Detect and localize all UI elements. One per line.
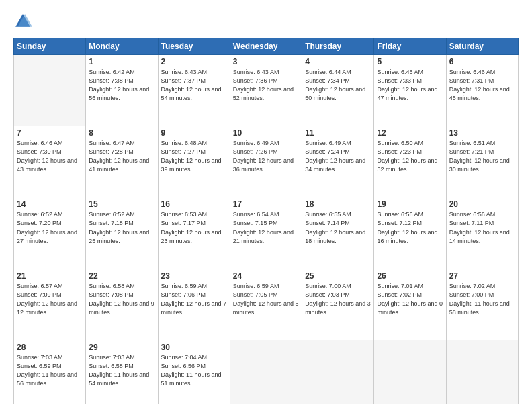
day-number: 21 xyxy=(17,271,83,281)
day-detail: Sunrise: 6:46 AMSunset: 7:30 PMDaylight:… xyxy=(17,139,83,174)
calendar-cell: 15Sunrise: 6:52 AMSunset: 7:18 PMDayligh… xyxy=(86,197,158,269)
day-detail: Sunrise: 6:45 AMSunset: 7:33 PMDaylight:… xyxy=(377,68,443,103)
logo-icon xyxy=(13,12,32,31)
calendar-cell: 6Sunrise: 6:46 AMSunset: 7:31 PMDaylight… xyxy=(446,55,518,126)
weekday-header: Friday xyxy=(374,38,446,55)
calendar-cell: 14Sunrise: 6:52 AMSunset: 7:20 PMDayligh… xyxy=(14,197,86,269)
calendar-cell: 18Sunrise: 6:55 AMSunset: 7:14 PMDayligh… xyxy=(302,197,374,269)
calendar-cell: 1Sunrise: 6:42 AMSunset: 7:38 PMDaylight… xyxy=(86,55,158,126)
day-number: 13 xyxy=(449,128,515,138)
day-detail: Sunrise: 7:02 AMSunset: 7:00 PMDaylight:… xyxy=(449,282,515,317)
calendar-cell: 28Sunrise: 7:03 AMSunset: 6:59 PMDayligh… xyxy=(14,340,86,404)
day-number: 27 xyxy=(449,271,515,281)
day-detail: Sunrise: 6:54 AMSunset: 7:15 PMDaylight:… xyxy=(233,210,299,245)
logo xyxy=(13,12,35,31)
day-number: 16 xyxy=(161,199,227,209)
calendar-cell: 30Sunrise: 7:04 AMSunset: 6:56 PMDayligh… xyxy=(158,340,230,404)
day-number: 23 xyxy=(161,271,227,281)
day-number: 18 xyxy=(305,199,371,209)
calendar-cell: 27Sunrise: 7:02 AMSunset: 7:00 PMDayligh… xyxy=(446,269,518,340)
calendar-cell: 2Sunrise: 6:43 AMSunset: 7:37 PMDaylight… xyxy=(158,55,230,126)
weekday-header-row: SundayMondayTuesdayWednesdayThursdayFrid… xyxy=(14,38,519,55)
calendar-cell: 25Sunrise: 7:00 AMSunset: 7:03 PMDayligh… xyxy=(302,269,374,340)
day-number: 24 xyxy=(233,271,299,281)
day-detail: Sunrise: 6:56 AMSunset: 7:12 PMDaylight:… xyxy=(377,210,443,245)
day-detail: Sunrise: 6:49 AMSunset: 7:24 PMDaylight:… xyxy=(305,139,371,174)
calendar-cell: 20Sunrise: 6:56 AMSunset: 7:11 PMDayligh… xyxy=(446,197,518,269)
day-number: 10 xyxy=(233,128,299,138)
calendar-cell: 24Sunrise: 6:59 AMSunset: 7:05 PMDayligh… xyxy=(230,269,302,340)
calendar-week-row: 14Sunrise: 6:52 AMSunset: 7:20 PMDayligh… xyxy=(14,197,519,269)
calendar-cell xyxy=(14,55,86,126)
day-number: 1 xyxy=(89,57,154,66)
day-detail: Sunrise: 7:01 AMSunset: 7:02 PMDaylight:… xyxy=(377,282,443,317)
day-number: 3 xyxy=(233,57,299,66)
day-number: 29 xyxy=(89,342,154,352)
day-detail: Sunrise: 7:00 AMSunset: 7:03 PMDaylight:… xyxy=(305,282,371,317)
calendar-cell: 23Sunrise: 6:59 AMSunset: 7:06 PMDayligh… xyxy=(158,269,230,340)
day-number: 20 xyxy=(449,199,515,209)
day-detail: Sunrise: 6:57 AMSunset: 7:09 PMDaylight:… xyxy=(17,282,83,317)
day-number: 11 xyxy=(305,128,371,138)
day-detail: Sunrise: 6:43 AMSunset: 7:36 PMDaylight:… xyxy=(233,68,299,103)
day-detail: Sunrise: 6:55 AMSunset: 7:14 PMDaylight:… xyxy=(305,210,371,245)
calendar-cell: 29Sunrise: 7:03 AMSunset: 6:58 PMDayligh… xyxy=(86,340,158,404)
calendar-week-row: 1Sunrise: 6:42 AMSunset: 7:38 PMDaylight… xyxy=(14,55,519,126)
day-detail: Sunrise: 7:04 AMSunset: 6:56 PMDaylight:… xyxy=(161,353,227,388)
calendar-week-row: 7Sunrise: 6:46 AMSunset: 7:30 PMDaylight… xyxy=(14,126,519,197)
day-number: 12 xyxy=(377,128,443,138)
day-detail: Sunrise: 6:43 AMSunset: 7:37 PMDaylight:… xyxy=(161,68,227,103)
day-detail: Sunrise: 6:47 AMSunset: 7:28 PMDaylight:… xyxy=(89,139,154,174)
calendar-cell: 16Sunrise: 6:53 AMSunset: 7:17 PMDayligh… xyxy=(158,197,230,269)
calendar-cell: 21Sunrise: 6:57 AMSunset: 7:09 PMDayligh… xyxy=(14,269,86,340)
calendar-cell: 11Sunrise: 6:49 AMSunset: 7:24 PMDayligh… xyxy=(302,126,374,197)
day-number: 19 xyxy=(377,199,443,209)
top-area xyxy=(13,12,519,31)
calendar-cell: 10Sunrise: 6:49 AMSunset: 7:26 PMDayligh… xyxy=(230,126,302,197)
day-detail: Sunrise: 6:52 AMSunset: 7:20 PMDaylight:… xyxy=(17,210,83,245)
day-detail: Sunrise: 6:56 AMSunset: 7:11 PMDaylight:… xyxy=(449,210,515,245)
day-number: 30 xyxy=(161,342,227,352)
day-detail: Sunrise: 6:46 AMSunset: 7:31 PMDaylight:… xyxy=(449,68,515,103)
day-number: 5 xyxy=(377,57,443,66)
calendar-cell: 8Sunrise: 6:47 AMSunset: 7:28 PMDaylight… xyxy=(86,126,158,197)
day-number: 28 xyxy=(17,342,83,352)
calendar-week-row: 21Sunrise: 6:57 AMSunset: 7:09 PMDayligh… xyxy=(14,269,519,340)
calendar-cell: 4Sunrise: 6:44 AMSunset: 7:34 PMDaylight… xyxy=(302,55,374,126)
day-detail: Sunrise: 6:52 AMSunset: 7:18 PMDaylight:… xyxy=(89,210,154,245)
calendar-cell: 5Sunrise: 6:45 AMSunset: 7:33 PMDaylight… xyxy=(374,55,446,126)
weekday-header: Monday xyxy=(86,38,158,55)
calendar-cell: 7Sunrise: 6:46 AMSunset: 7:30 PMDaylight… xyxy=(14,126,86,197)
weekday-header: Sunday xyxy=(14,38,86,55)
calendar-table: SundayMondayTuesdayWednesdayThursdayFrid… xyxy=(13,38,519,404)
calendar-cell xyxy=(302,340,374,404)
weekday-header: Wednesday xyxy=(230,38,302,55)
day-detail: Sunrise: 6:44 AMSunset: 7:34 PMDaylight:… xyxy=(305,68,371,103)
day-detail: Sunrise: 6:59 AMSunset: 7:06 PMDaylight:… xyxy=(161,282,227,317)
day-number: 26 xyxy=(377,271,443,281)
day-detail: Sunrise: 6:58 AMSunset: 7:08 PMDaylight:… xyxy=(89,282,154,317)
day-number: 7 xyxy=(17,128,83,138)
day-number: 8 xyxy=(89,128,154,138)
day-detail: Sunrise: 6:49 AMSunset: 7:26 PMDaylight:… xyxy=(233,139,299,174)
day-detail: Sunrise: 6:50 AMSunset: 7:23 PMDaylight:… xyxy=(377,139,443,174)
calendar-cell: 22Sunrise: 6:58 AMSunset: 7:08 PMDayligh… xyxy=(86,269,158,340)
weekday-header: Tuesday xyxy=(158,38,230,55)
day-number: 17 xyxy=(233,199,299,209)
day-number: 15 xyxy=(89,199,154,209)
day-number: 6 xyxy=(449,57,515,66)
calendar-cell: 26Sunrise: 7:01 AMSunset: 7:02 PMDayligh… xyxy=(374,269,446,340)
calendar-week-row: 28Sunrise: 7:03 AMSunset: 6:59 PMDayligh… xyxy=(14,340,519,404)
day-number: 2 xyxy=(161,57,227,66)
calendar-cell xyxy=(374,340,446,404)
day-detail: Sunrise: 6:51 AMSunset: 7:21 PMDaylight:… xyxy=(449,139,515,174)
calendar-cell: 19Sunrise: 6:56 AMSunset: 7:12 PMDayligh… xyxy=(374,197,446,269)
day-detail: Sunrise: 7:03 AMSunset: 6:59 PMDaylight:… xyxy=(17,353,83,388)
weekday-header: Saturday xyxy=(446,38,518,55)
page: SundayMondayTuesdayWednesdayThursdayFrid… xyxy=(0,0,532,411)
calendar-cell xyxy=(446,340,518,404)
day-detail: Sunrise: 6:42 AMSunset: 7:38 PMDaylight:… xyxy=(89,68,154,103)
day-number: 22 xyxy=(89,271,154,281)
calendar-cell: 12Sunrise: 6:50 AMSunset: 7:23 PMDayligh… xyxy=(374,126,446,197)
calendar-cell: 3Sunrise: 6:43 AMSunset: 7:36 PMDaylight… xyxy=(230,55,302,126)
